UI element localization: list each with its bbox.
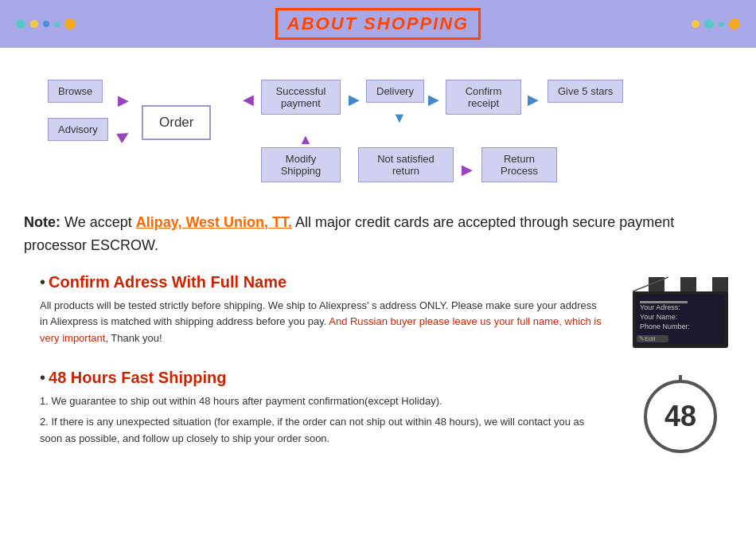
dot-small-teal-2 xyxy=(719,21,724,27)
shipping-section: • 48 Hours Fast Shipping 1. We guarantee… xyxy=(40,369,732,456)
header-dots-left xyxy=(16,18,76,29)
arrow-back-1: ◀ xyxy=(243,91,254,108)
not-satisfied-box: Not satisfiedreturn xyxy=(358,147,454,182)
stripe-white-3 xyxy=(696,277,712,291)
delivery-label: Delivery xyxy=(366,80,424,103)
note-link[interactable]: Alipay, West Union, TT. xyxy=(136,214,292,230)
arrow-down-return: ▼ xyxy=(392,110,407,127)
address-title: Confirm Adress With Full Name xyxy=(49,273,286,291)
stripe-dark-2 xyxy=(680,277,696,291)
address-section: • Confirm Adress With Full Name All prod… xyxy=(40,273,732,353)
clock-svg: 48 xyxy=(637,369,724,456)
arrow-up-payment: ▲ xyxy=(298,131,313,148)
clock-number: 48 xyxy=(664,400,696,432)
clapperboard-svg: Your Adress: Your Name: Phone Number: ✎E… xyxy=(629,273,732,353)
phone-screen-text: Phone Number: xyxy=(640,322,690,330)
header: ABOUT SHOPPING xyxy=(0,0,756,48)
return-process-label: ReturnProcess xyxy=(481,147,557,182)
dot-orange-1 xyxy=(64,18,76,29)
confirm-receipt-label: Confirmreceipt xyxy=(446,80,521,115)
shipping-bullet: • xyxy=(40,369,45,387)
address-screen-text: Your Adress: xyxy=(640,303,680,311)
stripe-white-1 xyxy=(633,277,649,291)
give-stars-box: Give 5 stars xyxy=(548,80,623,103)
shipping-text-block: • 48 Hours Fast Shipping 1. We guarantee… xyxy=(40,369,605,448)
address-bullet: • xyxy=(40,273,45,291)
browse-label: Browse xyxy=(48,80,103,103)
dot-yellow-1 xyxy=(30,20,38,28)
successful-payment-label: Successfulpayment xyxy=(261,80,341,115)
arrow-right-stars: ▶ xyxy=(528,91,539,108)
note-section: Note: We accept Alipay, West Union, TT. … xyxy=(0,203,756,265)
shipping-point2: 2. If there is any unexpected situation … xyxy=(40,414,605,448)
content-section: • Confirm Adress With Full Name All prod… xyxy=(0,265,756,480)
delivery-box: Delivery xyxy=(366,80,424,103)
successful-payment-box: Successfulpayment xyxy=(261,80,341,115)
note-paragraph: Note: We accept Alipay, West Union, TT. … xyxy=(24,211,732,257)
modify-shipping-box: ModifyShipping xyxy=(261,147,341,182)
address-title-row: • Confirm Adress With Full Name xyxy=(40,273,605,298)
dot-yellow-2 xyxy=(692,20,699,28)
not-satisfied-label: Not satisfiedreturn xyxy=(358,147,454,182)
advisory-label: Advisory xyxy=(48,118,108,141)
dot-teal-1 xyxy=(16,19,25,29)
note-text-before: We accept xyxy=(60,214,136,230)
edit-label: ✎Edit xyxy=(639,335,657,342)
advisory-box: Advisory xyxy=(48,118,108,141)
flow-section: Browse Advisory ▶ ▶ Order ◀ Successfulpa… xyxy=(0,48,756,203)
dot-orange-2 xyxy=(729,18,740,29)
note-label: Note: xyxy=(24,214,60,230)
browse-box: Browse xyxy=(48,80,103,103)
return-process-box: ReturnProcess xyxy=(481,147,557,182)
clock-48-image: 48 xyxy=(629,369,732,456)
modify-shipping-label: ModifyShipping xyxy=(261,147,341,182)
clapperboard-image: Your Adress: Your Name: Phone Number: ✎E… xyxy=(629,273,732,353)
arrow-right-delivery: ▶ xyxy=(349,91,360,108)
confirm-receipt-box: Confirmreceipt xyxy=(446,80,521,115)
address-text-block: • Confirm Adress With Full Name All prod… xyxy=(40,273,605,347)
name-screen-text: Your Name: xyxy=(640,313,677,321)
arrow-right-confirm: ▶ xyxy=(428,91,439,108)
stripe-white-2 xyxy=(664,277,680,291)
header-title: ABOUT SHOPPING xyxy=(275,8,481,40)
shipping-title-row: • 48 Hours Fast Shipping xyxy=(40,369,605,393)
arrow-browse-order: ▶ xyxy=(118,92,129,109)
order-box: Order xyxy=(142,105,211,140)
shipping-title: 48 Hours Fast Shipping xyxy=(49,369,226,387)
shipping-point1: 1. We guarantee to ship out within 48 ho… xyxy=(40,393,605,410)
header-dots-right xyxy=(692,18,740,29)
dot-blue-1 xyxy=(43,21,49,27)
dot-teal-2 xyxy=(704,19,714,29)
dot-small-teal-1 xyxy=(54,21,60,27)
stripe-dark-3 xyxy=(712,277,728,291)
arrow-advisory-order: ▶ xyxy=(114,124,132,145)
address-body-end: , Thank you! xyxy=(105,332,162,344)
order-label: Order xyxy=(142,105,211,140)
give-stars-label: Give 5 stars xyxy=(548,80,623,103)
arrow-right-return-process: ▶ xyxy=(462,161,473,178)
address-body: All products will be tested strictly bef… xyxy=(40,298,605,347)
